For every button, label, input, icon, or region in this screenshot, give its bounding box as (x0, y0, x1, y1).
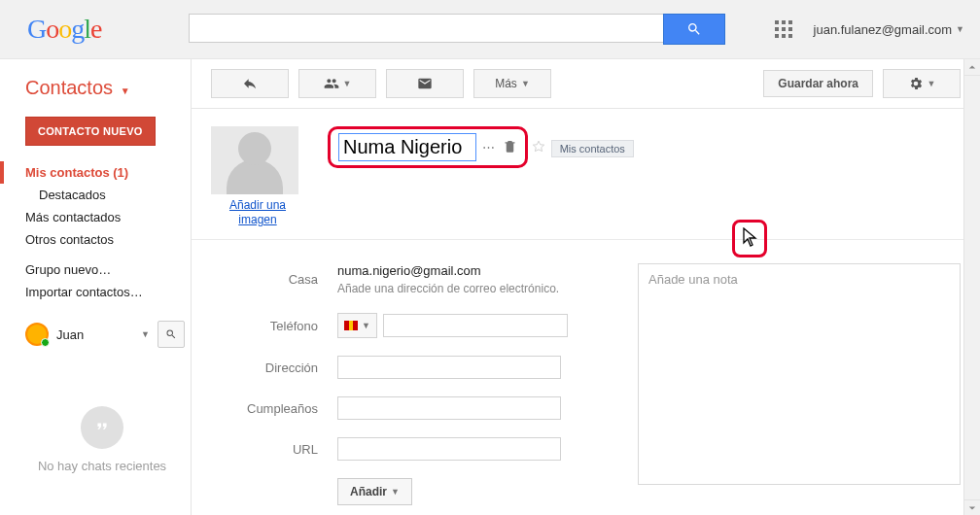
phone-label: Teléfono (211, 319, 337, 333)
phone-input[interactable] (383, 314, 568, 337)
back-button[interactable] (211, 69, 289, 98)
notes-textarea[interactable]: Añade una nota (638, 263, 961, 485)
google-logo[interactable]: Google (27, 14, 101, 45)
toolbar: ▼ Más▼ Guardar ahora ▼ (192, 59, 980, 109)
sidebar-item-new-group[interactable]: Grupo nuevo… (14, 258, 191, 281)
search-icon (165, 328, 177, 340)
chevron-down-icon: ▼ (956, 24, 964, 34)
star-icon (532, 140, 545, 154)
email-label: Casa (211, 272, 337, 287)
flag-icon (344, 321, 358, 330)
chevron-down-icon: ▼ (121, 86, 130, 96)
delete-button[interactable] (503, 139, 517, 156)
address-label: Dirección (211, 360, 337, 375)
sidebar-item-most-contacted[interactable]: Más contactados (14, 206, 191, 228)
email-icon (417, 76, 433, 91)
save-button[interactable]: Guardar ahora (763, 70, 873, 97)
chevron-up-icon (968, 63, 976, 71)
contact-name-input[interactable] (338, 133, 476, 161)
cursor-icon (742, 227, 757, 247)
scrollbar[interactable] (963, 59, 980, 515)
group-button[interactable]: ▼ (298, 69, 376, 98)
add-image-link[interactable]: Añadir una imagen (211, 198, 304, 227)
account-menu[interactable]: juan.fulanez@gmail.com▼ (814, 22, 964, 37)
avatar (25, 323, 49, 346)
hangouts-empty-text: No hay chats recientes (14, 459, 191, 473)
main-panel: ▼ Más▼ Guardar ahora ▼ Añadir una imagen… (191, 59, 980, 515)
add-field-label: Añadir (350, 485, 387, 498)
birthday-input[interactable] (337, 396, 561, 420)
app-title[interactable]: Contactos ▼ (25, 77, 191, 99)
birthday-label: Cumpleaños (211, 401, 337, 416)
sidebar-item-other-contacts[interactable]: Otros contactos (14, 228, 191, 251)
chevron-down-icon (968, 504, 976, 512)
apps-icon[interactable] (775, 20, 792, 38)
search-button[interactable] (663, 14, 725, 45)
sidebar-item-featured[interactable]: Destacados (14, 184, 191, 206)
profile-name: Juan (56, 327, 133, 342)
people-icon (324, 76, 339, 91)
contact-avatar[interactable] (211, 126, 298, 194)
star-button[interactable] (532, 140, 545, 156)
sidebar-item-my-contacts[interactable]: Mis contactos (1) (0, 161, 191, 184)
name-details-button[interactable]: ⋯ (482, 140, 497, 154)
cursor-highlight (732, 220, 767, 258)
url-label: URL (211, 442, 337, 457)
hangouts-empty: No hay chats recientes (14, 406, 191, 473)
sidebar: Contactos ▼ CONTACTO NUEVO Mis contactos… (0, 59, 191, 515)
sidebar-item-import[interactable]: Importar contactos… (14, 281, 191, 303)
chevron-down-icon: ▼ (928, 79, 936, 88)
group-tag[interactable]: Mis contactos (551, 140, 634, 157)
chevron-down-icon: ▼ (391, 487, 400, 497)
search-input[interactable] (189, 14, 663, 43)
scroll-up-button[interactable] (964, 59, 980, 76)
chevron-down-icon: ▼ (362, 321, 370, 330)
scroll-down-button[interactable] (964, 499, 980, 515)
hangouts-icon (81, 406, 123, 449)
add-field-button[interactable]: Añadir▼ (337, 478, 412, 505)
more-label: Más (495, 77, 517, 90)
email-button[interactable] (386, 69, 464, 98)
new-contact-button[interactable]: CONTACTO NUEVO (25, 117, 156, 146)
top-bar: Google juan.fulanez@gmail.com▼ (0, 0, 980, 59)
url-input[interactable] (337, 437, 561, 461)
email-value[interactable]: numa.nigerio@gmail.com (337, 263, 559, 278)
gear-icon (908, 76, 924, 91)
name-edit-highlight: ⋯ (328, 126, 528, 168)
reply-icon (242, 76, 258, 91)
chevron-down-icon: ▼ (343, 79, 352, 88)
address-input[interactable] (337, 356, 561, 379)
chevron-down-icon: ▼ (141, 329, 150, 339)
search-icon (686, 21, 702, 37)
phone-country-button[interactable]: ▼ (337, 313, 377, 338)
chat-profile[interactable]: Juan ▼ (25, 321, 191, 348)
more-button[interactable]: Más▼ (473, 69, 551, 98)
email-hint[interactable]: Añade una dirección de correo electrónic… (337, 282, 559, 295)
chat-search-button[interactable] (158, 321, 185, 348)
chevron-down-icon: ▼ (521, 79, 530, 88)
account-email: juan.fulanez@gmail.com (814, 22, 953, 37)
settings-button[interactable]: ▼ (883, 69, 961, 98)
trash-icon (503, 139, 517, 154)
